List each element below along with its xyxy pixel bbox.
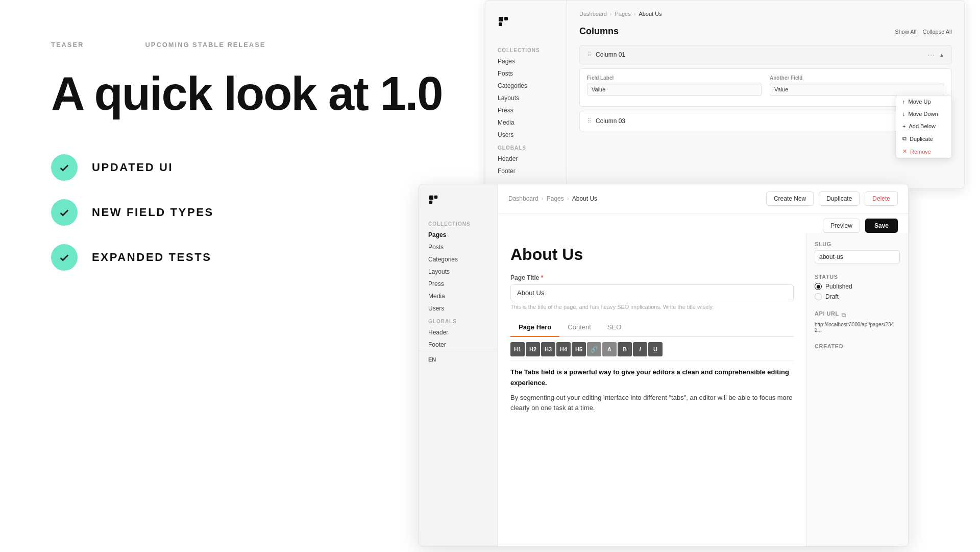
front-bc-sep1: › [542,195,544,202]
context-menu-move-up-label: Move Up [909,99,931,105]
col-field-label-text-2: Another Field [770,75,944,81]
front-sidebar-users[interactable]: Users [419,302,498,315]
api-url-value: http://localhost:3000/api/pages/2342... [815,322,900,333]
slug-value[interactable]: about-us [815,250,900,263]
context-menu-remove[interactable]: ✕ Remove [896,145,951,158]
back-sidebar-layouts[interactable]: Layouts [485,92,567,104]
drag-icon-col01: ⠿ [587,51,592,58]
front-main: Dashboard › Pages › About Us Create New … [498,184,908,546]
page-title-input[interactable] [510,284,794,301]
show-all-link[interactable]: Show All [895,29,916,35]
created-label: Created [815,343,900,349]
back-breadcrumb-dashboard[interactable]: Dashboard [579,11,607,17]
front-breadcrumb: Dashboard › Pages › About Us [508,195,597,202]
tab-seo[interactable]: SEO [599,318,629,337]
front-sidebar-categories[interactable]: Categories [419,253,498,266]
feature-item-new-field-types: NEW FIELD TYPES [51,199,459,226]
back-breadcrumb-pages[interactable]: Pages [615,11,631,17]
api-url-group: API URL ⧉ http://localhost:3000/api/page… [815,310,900,333]
back-columns-actions: Show All Collapse All [895,29,952,35]
back-sidebar-media[interactable]: Media [485,116,567,129]
column-01-actions: ··· ▲ [927,51,944,59]
front-sidebar-layouts[interactable]: Layouts [419,266,498,278]
duplicate-button[interactable]: Duplicate [819,191,860,206]
back-sidebar-press[interactable]: Press [485,104,567,116]
status-radio-group: Published Draft [815,283,900,300]
add-below-icon: + [902,123,905,129]
toolbar-btn-underline[interactable]: U [648,342,663,356]
context-menu-add-below[interactable]: + Add Below [896,120,951,132]
back-breadcrumb-current: About Us [639,11,662,17]
col-field-label-field: Field Label [587,75,762,96]
col-field-input-1[interactable] [587,83,762,96]
create-new-button[interactable]: Create New [766,191,814,206]
front-content-area: About Us Page Title This is the title of… [498,233,908,546]
back-sidebar-categories[interactable]: Categories [485,80,567,92]
back-sidebar-pages[interactable]: Pages [485,55,567,67]
toolbar-btn-h3[interactable]: H3 [541,342,555,356]
context-menu-move-up[interactable]: ↑ Move Up [896,95,951,108]
lang-label[interactable]: EN [428,356,436,363]
front-editor: About Us Page Title This is the title of… [498,233,806,546]
move-down-icon: ↓ [902,111,905,117]
delete-button[interactable]: Delete [865,191,898,206]
column-01-row: ⠿ Column 01 ··· ▲ [579,45,952,64]
toolbar-btn-h5[interactable]: H5 [572,342,586,356]
status-published-radio[interactable]: Published [815,283,900,290]
toolbar-btn-h1[interactable]: H1 [510,342,525,356]
front-sidebar-header[interactable]: Header [419,326,498,339]
remove-icon: ✕ [902,148,907,155]
slug-group: Slug about-us [815,241,900,263]
back-globals-label: Globals [485,141,567,153]
back-sidebar-users[interactable]: Users [485,129,567,141]
tab-content[interactable]: Content [559,318,599,337]
page-title-field-label: Page Title [510,274,794,281]
front-sidebar-press[interactable]: Press [419,278,498,290]
page-title-big: About Us [510,245,794,264]
back-columns-title: Columns [579,26,619,37]
toolbar-btn-h4[interactable]: H4 [556,342,571,356]
main-headline: A quick look at 1.0 [51,69,459,118]
collapse-all-link[interactable]: Collapse All [923,29,952,35]
col-field-row-1: Field Label Another Field [587,75,944,96]
status-draft-radio[interactable]: Draft [815,293,900,300]
toolbar-btn-bold[interactable]: B [618,342,632,356]
toolbar-btn-italic[interactable]: I [633,342,647,356]
context-menu-move-down[interactable]: ↓ Move Down [896,108,951,120]
tab-page-hero[interactable]: Page Hero [510,318,559,337]
preview-button[interactable]: Preview [823,219,860,233]
front-sidebar-footer[interactable]: Footer [419,339,498,351]
toolbar-btn-link[interactable]: 🔗 [587,342,601,356]
column-01-chevron-icon[interactable]: ▲ [939,52,944,58]
check-circle-new-field-types [51,199,78,226]
front-lang-bar: EN [419,351,498,368]
toolbar-btn-h2[interactable]: H2 [526,342,540,356]
back-logo [485,16,567,41]
context-menu-add-below-label: Add Below [909,123,936,129]
front-bc-dashboard[interactable]: Dashboard [508,195,538,202]
save-button[interactable]: Save [865,219,898,233]
front-collections-label: Collections [419,217,498,229]
toolbar-btn-font[interactable]: A [602,342,617,356]
column-01-menu-icon[interactable]: ··· [927,51,935,59]
front-bc-pages[interactable]: Pages [547,195,564,202]
front-sidebar-media[interactable]: Media [419,290,498,302]
back-sidebar-posts[interactable]: Posts [485,67,567,80]
back-sidebar-footer[interactable]: Footer [485,165,567,177]
copy-icon[interactable]: ⧉ [842,311,846,319]
back-sidebar: Collections Pages Posts Categories Layou… [485,1,567,188]
draft-label: Draft [825,293,839,300]
col-field-label-text-1: Field Label [587,75,762,81]
labels-row: TEASER UPCOMING STABLE RELEASE [51,41,459,49]
editor-bold-paragraph: The Tabs field is a powerful way to give… [510,367,794,389]
radio-dot-draft [815,293,822,300]
status-group: Status Published Draft [815,274,900,300]
front-sidebar-pages[interactable]: Pages [419,229,498,241]
context-menu-duplicate[interactable]: ⧉ Duplicate [896,132,951,145]
context-menu-move-down-label: Move Down [909,111,938,117]
front-sidebar-posts[interactable]: Posts [419,241,498,253]
col-field-input-2[interactable] [770,83,944,96]
feature-label-new-field-types: NEW FIELD TYPES [92,206,214,219]
api-url-label: API URL [815,310,839,317]
back-sidebar-header[interactable]: Header [485,153,567,165]
